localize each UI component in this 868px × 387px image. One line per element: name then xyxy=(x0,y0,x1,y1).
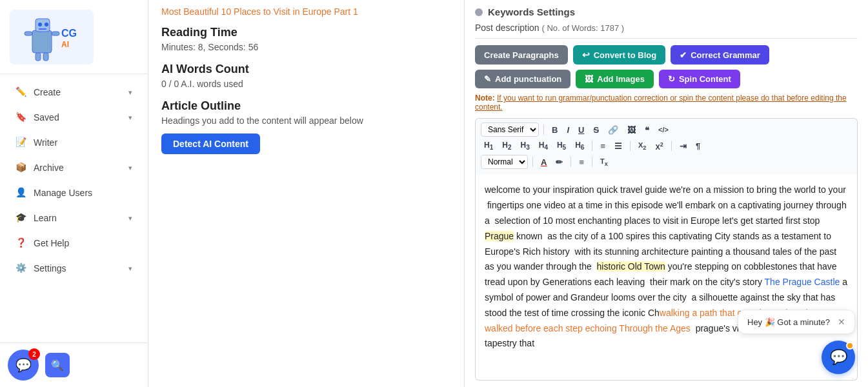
chat-float-notification-dot xyxy=(846,342,854,350)
sidebar-item-get-help-label: Get Help xyxy=(34,238,69,248)
sidebar-item-archive-label: Archive xyxy=(34,163,64,173)
chat-popup-close-button[interactable]: ✕ xyxy=(838,317,845,327)
toolbar-separator-5 xyxy=(532,157,533,167)
rtl-button[interactable]: ¶ xyxy=(692,139,703,153)
reading-time-section: Reading Time Minutes: 8, Seconds: 56 xyxy=(161,26,451,52)
strikethrough-button[interactable]: S xyxy=(590,123,602,137)
ai-words-section: AI Words Count 0 / 0 A.I. words used xyxy=(161,63,451,89)
subscript-button[interactable]: X2 xyxy=(635,139,649,153)
svg-rect-5 xyxy=(25,32,32,35)
toolbar-separator-4 xyxy=(671,141,672,151)
action-buttons-row-2: ✎ Add punctuation 🖼 Add Images ↻ Spin Co… xyxy=(475,70,858,88)
svg-rect-6 xyxy=(52,32,59,35)
add-images-button[interactable]: 🖼 Add Images xyxy=(576,70,654,88)
post-desc-label: Post description xyxy=(475,23,540,33)
link-button[interactable]: 🔗 xyxy=(605,123,621,137)
svg-rect-4 xyxy=(39,28,46,30)
chat-button[interactable]: 💬 2 xyxy=(8,350,39,381)
post-desc-info: ( No. of Words: 1787 ) xyxy=(542,23,625,33)
bold-button[interactable]: B xyxy=(549,123,561,137)
keywords-label: Keywords Settings xyxy=(488,6,575,17)
add-punctuation-button[interactable]: ✎ Add punctuation xyxy=(475,70,570,88)
sidebar-item-saved-label: Saved xyxy=(34,112,59,123)
svg-rect-0 xyxy=(32,30,52,53)
manage-users-icon: 👤 xyxy=(15,187,27,199)
toolbar-row-1: Sans Serif B I U S 🔗 🖼 ❝ </> xyxy=(481,123,852,137)
create-icon: ✏️ xyxy=(15,86,27,98)
toolbar-separator xyxy=(543,124,544,135)
code-button[interactable]: </> xyxy=(655,124,672,135)
chevron-down-icon: ▾ xyxy=(128,214,132,223)
toolbar-separator-6 xyxy=(570,157,571,167)
unordered-list-button[interactable]: ☰ xyxy=(611,139,625,153)
search-button[interactable]: 🔍 xyxy=(45,353,70,377)
sidebar-item-settings-label: Settings xyxy=(34,263,66,273)
left-panel: Most Beautiful 10 Places to Visit in Eur… xyxy=(148,0,465,387)
spin-content-button[interactable]: ↻ Spin Content xyxy=(659,70,740,88)
grammar-icon: ✔ xyxy=(680,50,687,60)
chat-float-button[interactable]: 💬 xyxy=(822,341,855,374)
sidebar-item-settings[interactable]: ⚙️ Settings ▾ xyxy=(4,256,144,281)
correct-grammar-button[interactable]: ✔ Correct Grammar xyxy=(671,45,769,64)
chat-popup-text: Hey 🎉 Got a minute? xyxy=(747,317,830,327)
sidebar-nav: ✏️ Create ▾ 🔖 Saved ▾ 📝 Writer 📦 Archive… xyxy=(0,74,148,342)
italic-button[interactable]: I xyxy=(563,123,572,137)
convert-to-blog-button[interactable]: ↩ Convert to Blog xyxy=(573,45,666,64)
chevron-down-icon: ▾ xyxy=(128,88,132,97)
font-color-button[interactable]: A xyxy=(538,155,550,169)
quote-button[interactable]: ❝ xyxy=(641,123,652,137)
chat-float: Hey 🎉 Got a minute? ✕ 💬 xyxy=(738,310,855,374)
sidebar-item-archive[interactable]: 📦 Archive ▾ xyxy=(4,155,144,180)
chat-popup: Hey 🎉 Got a minute? ✕ xyxy=(738,310,855,334)
h6-button[interactable]: H6 xyxy=(572,139,587,153)
font-style-select[interactable]: Normal xyxy=(481,155,528,169)
detect-ai-content-button[interactable]: Detect AI Content xyxy=(161,134,260,154)
sidebar-item-get-help[interactable]: ❓ Get Help xyxy=(4,231,144,255)
learn-icon: 🎓 xyxy=(15,212,27,224)
ordered-list-button[interactable]: ≡ xyxy=(597,139,609,153)
clear-format-button[interactable]: Tx xyxy=(597,155,611,169)
svg-text:CG: CG xyxy=(61,28,77,39)
outline-section: Article Outline Headings you add to the … xyxy=(161,99,451,154)
superscript-button[interactable]: X2 xyxy=(652,139,666,153)
font-family-select[interactable]: Sans Serif xyxy=(481,123,539,137)
align-center-button[interactable]: ≡ xyxy=(576,155,587,169)
sidebar-item-writer[interactable]: 📝 Writer xyxy=(4,130,144,155)
outline-title: Article Outline xyxy=(161,99,451,113)
h4-button[interactable]: H4 xyxy=(536,139,551,153)
chat-badge: 2 xyxy=(28,348,40,360)
h2-button[interactable]: H2 xyxy=(499,139,514,153)
ai-words-title: AI Words Count xyxy=(161,63,451,76)
sidebar-item-learn[interactable]: 🎓 Learn ▾ xyxy=(4,206,144,230)
svg-rect-7 xyxy=(35,53,41,61)
image-button[interactable]: 🖼 xyxy=(624,123,639,137)
post-description-row: Post description ( No. of Words: 1787 ) xyxy=(475,23,858,39)
article-title-link[interactable]: Most Beautiful 10 Places to Visit in Eur… xyxy=(161,6,451,17)
sidebar-item-saved[interactable]: 🔖 Saved ▾ xyxy=(4,105,144,130)
create-paragraphs-button[interactable]: Create Paragraphs xyxy=(475,45,568,64)
toolbar-row-3: Normal A ✏ ≡ Tx xyxy=(481,155,852,169)
sidebar-item-manage-users[interactable]: 👤 Manage Users xyxy=(4,181,144,205)
underline-button[interactable]: U xyxy=(575,123,587,137)
reading-time-title: Reading Time xyxy=(161,26,451,39)
svg-rect-8 xyxy=(43,53,48,61)
note-label: Note: xyxy=(475,94,495,103)
chevron-down-icon: ▾ xyxy=(128,164,132,172)
punctuation-icon: ✎ xyxy=(484,74,491,84)
spin-icon: ↻ xyxy=(668,74,675,84)
sidebar-item-learn-label: Learn xyxy=(34,213,57,223)
editor-toolbar: Sans Serif B I U S 🔗 🖼 ❝ </> H1 H2 H3 H4… xyxy=(475,118,858,175)
svg-point-3 xyxy=(45,23,48,26)
sidebar-item-manage-users-label: Manage Users xyxy=(34,188,92,198)
sidebar-logo: CG AI xyxy=(0,0,148,74)
highlight-button[interactable]: ✏ xyxy=(552,155,566,169)
toolbar-separator-2 xyxy=(592,141,592,151)
h1-button[interactable]: H1 xyxy=(481,139,496,153)
note-row: Note: If you want to run grammar/punctua… xyxy=(475,94,858,112)
chevron-down-icon: ▾ xyxy=(128,114,132,122)
note-link[interactable]: If you want to run grammar/punctuation c… xyxy=(475,94,847,112)
h5-button[interactable]: H5 xyxy=(554,139,569,153)
h3-button[interactable]: H3 xyxy=(517,139,532,153)
sidebar-item-create[interactable]: ✏️ Create ▾ xyxy=(4,80,144,104)
indent-button[interactable]: ⇥ xyxy=(676,139,690,153)
